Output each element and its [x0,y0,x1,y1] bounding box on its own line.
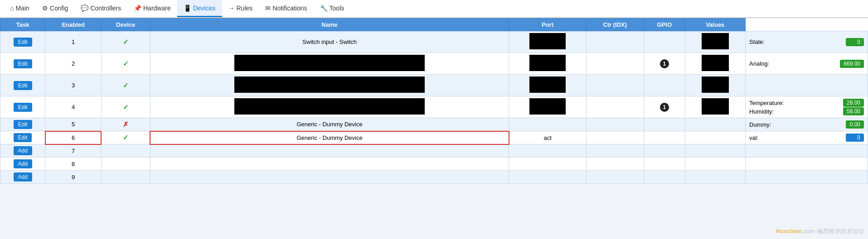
check-icon: ✓ [123,38,129,46]
task-cell-6: 6 [45,131,102,144]
device-cell-2 [150,53,509,75]
task-cell-7: 7 [45,144,102,158]
col-header-enabled: Enabled [45,19,102,31]
nav-item-rules[interactable]: →Rules [222,0,259,17]
btn-cell-8: Add [0,158,45,171]
value-row: Analog:869.00 [749,60,864,68]
col-header-task: Task [0,19,45,31]
nav-item-tools[interactable]: 🔧Tools [314,0,351,17]
enabled-cell-7 [101,144,150,158]
nav-item-config[interactable]: ⚙Config [36,0,74,17]
values-cell-6: val:0 [746,131,868,144]
btn-cell-6: Edit [0,131,45,144]
controllers-icon: 💬 [81,5,88,12]
ctr-cell-7 [644,144,685,158]
nav-item-notifications[interactable]: ✉Notifications [259,0,313,17]
port-cell-7 [586,144,644,158]
value-badge: 58.00 [843,107,864,115]
nav-item-devices[interactable]: 📱Devices [177,0,222,17]
nav-item-main[interactable]: ⌂Main [4,0,36,17]
table-row: Edit2✓1Analog:869.00 [0,53,868,75]
value-row: Dummy:0.00 [749,120,864,129]
nav-item-label-hardware: Hardware [143,5,171,12]
table-row: Edit6✓Generic - Dummy Deviceactval:0 [0,131,868,144]
edit-button-4[interactable]: Edit [14,103,32,112]
value-row: Temperature:28.00 [749,99,864,107]
tools-icon: 🔧 [320,5,328,12]
navbar: ⌂Main⚙Config💬Controllers📌Hardware📱Device… [0,0,868,18]
edit-button-1[interactable]: Edit [14,38,32,47]
main-icon: ⌂ [10,5,14,12]
cross-icon: ✗ [123,120,129,128]
name-cell-1 [509,31,586,53]
enabled-cell-5: ✗ [101,118,150,131]
devices-table-container: TaskEnabledDeviceNamePortCtr (IDX)GPIOVa… [0,18,868,184]
gpio-cell-9 [685,171,745,184]
check-icon: ✓ [123,81,129,89]
name-cell-3 [509,75,586,96]
ctr-cell-3 [644,75,685,96]
value-label: Analog: [749,60,769,67]
name-cell-5 [509,118,586,131]
col-header-ctr-idx: Ctr (IDX) [586,19,644,31]
values-cell-8 [746,158,868,171]
device-cell-8 [150,158,509,171]
add-button-8[interactable]: Add [14,159,32,168]
value-badge: 0.00 [846,120,864,129]
device-cell-6: Generic - Dummy Device [150,131,509,144]
port-cell-2 [586,53,644,75]
devices-icon: 📱 [184,5,191,12]
enabled-cell-3: ✓ [101,75,150,96]
value-row: State:0 [749,38,864,46]
table-header: TaskEnabledDeviceNamePortCtr (IDX)GPIOVa… [0,19,868,31]
ctr-circle: 1 [660,103,669,112]
values-cell-1: State:0 [746,31,868,53]
value-badge: 0 [846,38,864,46]
port-cell-1 [586,31,644,53]
edit-button-6[interactable]: Edit [14,133,32,142]
btn-cell-7: Add [0,144,45,158]
ctr-cell-9 [644,171,685,184]
gpio-cell-1 [685,31,745,53]
btn-cell-2: Edit [0,53,45,75]
value-row: val:0 [749,134,864,142]
value-badge: 869.00 [840,60,864,68]
add-button-7[interactable]: Add [14,146,32,155]
check-icon: ✓ [123,60,129,67]
value-label: Temperature: [749,100,784,106]
redacted-gpio [702,98,729,115]
col-header-gpio: GPIO [644,19,685,31]
device-cell-5: Generic - Dummy Device [150,118,509,131]
edit-button-3[interactable]: Edit [14,81,32,90]
add-button-9[interactable]: Add [14,172,32,182]
btn-cell-5: Edit [0,118,45,131]
redacted-device [234,55,425,71]
task-cell-1: 1 [45,31,102,53]
table-row: Edit3✓ [0,75,868,96]
edit-button-5[interactable]: Edit [14,120,32,129]
device-cell-4 [150,96,509,118]
ctr-cell-2: 1 [644,53,685,75]
name-cell-6: act [509,131,586,144]
enabled-cell-4: ✓ [101,96,150,118]
device-cell-7 [150,144,509,158]
port-cell-9 [586,171,644,184]
ctr-cell-8 [644,158,685,171]
gpio-cell-3 [685,75,745,96]
btn-cell-1: Edit [0,31,45,53]
edit-button-2[interactable]: Edit [14,59,32,68]
device-cell-3 [150,75,509,96]
gpio-cell-7 [685,144,745,158]
nav-item-hardware[interactable]: 📌Hardware [127,0,177,17]
redacted-device [234,98,425,115]
gpio-cell-5 [685,118,745,131]
device-cell-9 [150,171,509,184]
redacted-device [234,76,425,93]
nav-item-controllers[interactable]: 💬Controllers [74,0,127,17]
value-badge: 28.00 [843,99,864,107]
table-body: Edit1✓Switch input - SwitchState:0Edit2✓… [0,31,868,184]
gpio-cell-2 [685,53,745,75]
gpio-cell-4 [685,96,745,118]
btn-cell-3: Edit [0,75,45,96]
values-cell-3 [746,75,868,96]
